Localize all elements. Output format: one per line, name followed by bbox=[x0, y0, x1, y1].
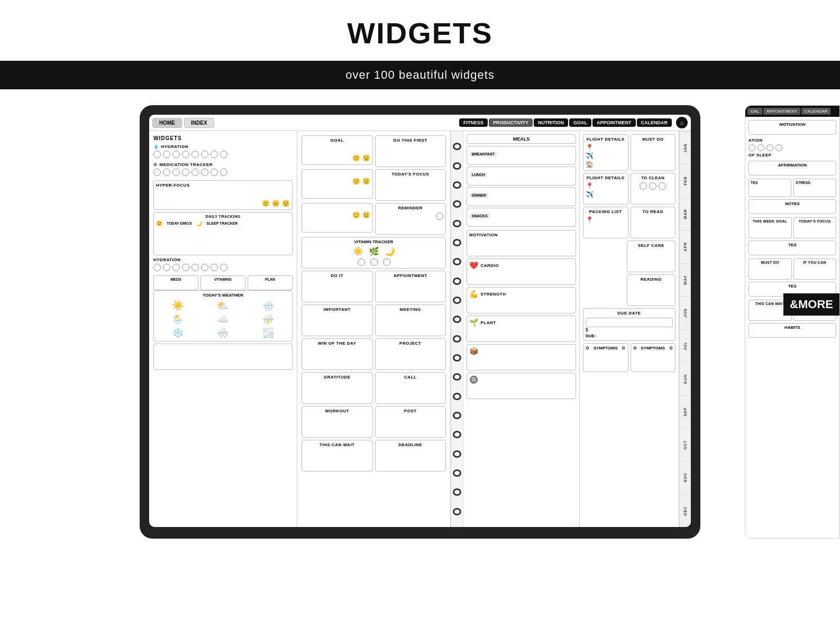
peeking-notes-stress: TES STRESS bbox=[748, 179, 836, 197]
peeking-must-do: MUST DO bbox=[748, 258, 792, 280]
win-of-day-widget: WIN OF THE DAY bbox=[302, 338, 373, 370]
mid-workout-grid: WORKOUT POST bbox=[302, 406, 446, 438]
med-circle-8[interactable] bbox=[220, 169, 227, 176]
hydration-circle-6[interactable] bbox=[201, 151, 208, 158]
tablet-device: HOME INDEX FITNESS PRODUCTIVITY NUTRITIO… bbox=[140, 105, 700, 539]
this-can-wait-widget: THIS CAN WAIT bbox=[302, 440, 373, 471]
peeking-panel: OAL APPOINTMENT CALENDAR &MORE MOTIVATIO… bbox=[745, 105, 840, 539]
daily-tracking-label: DAILY TRACKING bbox=[156, 215, 290, 218]
nav-tab-index[interactable]: INDEX bbox=[184, 118, 214, 128]
peeking-nav-calendar[interactable]: CALENDAR bbox=[801, 108, 831, 115]
meeting-widget: MEETING bbox=[375, 304, 446, 336]
page-banner: over 100 beautiful widgets bbox=[0, 61, 840, 89]
month-may[interactable]: MAY bbox=[680, 263, 691, 296]
project-widget: PROJECT bbox=[375, 338, 446, 370]
month-jul[interactable]: JUL bbox=[680, 329, 691, 362]
month-nov[interactable]: NOV bbox=[680, 461, 691, 494]
month-sidebar: JAN FEB MAR APR MAY JUN JUL AUG SEP OCT … bbox=[679, 131, 691, 527]
goal3-widget: 🙂😟 bbox=[302, 203, 373, 233]
goal-widget: GOAL 🙂😟 bbox=[302, 135, 373, 165]
peeking-nav-goal[interactable]: OAL bbox=[747, 108, 762, 115]
peeking-todays-focus: TODAY'S FOCUS bbox=[793, 217, 837, 238]
med-circle-1[interactable] bbox=[153, 169, 161, 176]
weather-title: TODAY'S WEATHER bbox=[156, 293, 290, 298]
device-wrapper: HOME INDEX FITNESS PRODUCTIVITY NUTRITIO… bbox=[0, 105, 840, 554]
month-apr[interactable]: APR bbox=[680, 230, 691, 263]
home-button[interactable]: ⌂ bbox=[676, 117, 688, 128]
hydration-section: 💧 HYDRATION bbox=[153, 144, 293, 158]
nav-tab-productivity[interactable]: PRODUCTIVITY bbox=[489, 118, 533, 127]
left-panel: WIDGETS 💧 HYDRATION bbox=[149, 131, 297, 527]
med-circle-2[interactable] bbox=[163, 169, 170, 176]
weather-snow2: 🌨️ bbox=[202, 327, 245, 339]
med-circle-3[interactable] bbox=[172, 169, 180, 176]
call-widget: CALL bbox=[375, 372, 446, 404]
nav-bar: HOME INDEX FITNESS PRODUCTIVITY NUTRITIO… bbox=[149, 115, 691, 131]
med-circle-6[interactable] bbox=[201, 169, 208, 176]
vitamin-tracker-widget: VITAMIN TRACKER ☀️ 🌿 🌙 bbox=[302, 237, 446, 269]
weather-thunder: ⛈️ bbox=[246, 313, 290, 325]
hyper-focus-label: HYPER-FOCUS bbox=[156, 183, 290, 188]
weather-cloud: ☁️ bbox=[202, 313, 245, 325]
page-wrapper: WIDGETS over 100 beautiful widgets HOME … bbox=[0, 0, 840, 554]
tablet-screen: HOME INDEX FITNESS PRODUCTIVITY NUTRITIO… bbox=[149, 115, 691, 527]
month-aug[interactable]: AUG bbox=[680, 362, 691, 395]
nav-tab-calendar[interactable]: CALENDAR bbox=[637, 118, 672, 127]
symptoms-widget-2: ⊙ SYMPTOMS ⊙ bbox=[631, 343, 676, 372]
reading-widget: READING bbox=[627, 274, 675, 306]
hydration-circle-2[interactable] bbox=[163, 151, 170, 158]
month-oct[interactable]: OCT bbox=[680, 428, 691, 461]
cardio-widget: ❤️ CARDIO bbox=[467, 258, 576, 285]
mid-deadline-grid: THIS CAN WAIT DEADLINE bbox=[302, 440, 446, 471]
weather-snow: ❄️ bbox=[156, 327, 199, 339]
peeking-nav-appointment[interactable]: APPOINTMENT bbox=[763, 108, 800, 115]
nav-tab-appointment[interactable]: APPOINTMENT bbox=[592, 118, 636, 127]
hydration-circle-1[interactable] bbox=[153, 151, 161, 158]
peeking-affirmation: AFFIRMATION bbox=[748, 161, 836, 175]
hydration-circle-5[interactable] bbox=[191, 151, 199, 158]
hydration-circle-3[interactable] bbox=[172, 151, 180, 158]
weather-rain: 🌦️ bbox=[156, 313, 199, 325]
flight-must-row: FLIGHT DETAILS 📍 ✈️ 🏠 MUST DO bbox=[583, 134, 675, 171]
month-dec[interactable]: DEC bbox=[680, 494, 691, 527]
due-date-widget: DUE DATE $ DUE: bbox=[583, 308, 675, 341]
weather-fog: 🌫️ bbox=[246, 327, 290, 339]
nav-tab-home[interactable]: HOME bbox=[152, 118, 182, 128]
month-mar[interactable]: MAR bbox=[680, 197, 691, 230]
deadline-widget: DEADLINE bbox=[375, 440, 446, 471]
month-jan[interactable]: JAN bbox=[680, 131, 691, 164]
mid-second-grid: 🙂😟 TODAY'S FOCUS bbox=[302, 169, 446, 201]
fitness-inner: MEALS BREAKFAST LUNCH DINNER bbox=[463, 131, 579, 527]
med-circle-4[interactable] bbox=[182, 169, 189, 176]
month-sep[interactable]: SEP bbox=[680, 395, 691, 428]
month-jun[interactable]: JUN bbox=[680, 296, 691, 329]
mid-third-grid: 🙂😟 REMINDER bbox=[302, 203, 446, 235]
peeking-notes-box: TES bbox=[748, 179, 791, 197]
meds-row: MEDS VITAMINS PLAN bbox=[153, 275, 293, 290]
strength-widget: 💪 STRENGTH bbox=[467, 287, 576, 313]
month-feb[interactable]: FEB bbox=[680, 164, 691, 197]
peeking-affirmation-box: AFFIRMATION bbox=[748, 161, 836, 175]
nav-tab-nutrition[interactable]: NUTRITION bbox=[534, 118, 568, 127]
tracking-row: 🙂 TODAY EMOJI 🌙 SLEEP TRACKER bbox=[156, 220, 290, 226]
to-read-widget: TO READ bbox=[631, 207, 676, 238]
hydration-circle-8[interactable] bbox=[220, 151, 227, 158]
med-circle-5[interactable] bbox=[191, 169, 199, 176]
peeking-motivation-box: MOTIVATION bbox=[748, 120, 836, 135]
important-widget: IMPORTANT bbox=[302, 304, 373, 336]
fitness-panel: MEALS BREAKFAST LUNCH DINNER bbox=[463, 131, 580, 527]
medication-section: ⊙ MEDICATION TRACKER bbox=[153, 162, 293, 176]
med-circle-7[interactable] bbox=[211, 169, 218, 176]
hydration-label: 💧 HYDRATION bbox=[153, 144, 293, 149]
hydration-circle-4[interactable] bbox=[182, 151, 189, 158]
hydration-circle-7[interactable] bbox=[211, 151, 218, 158]
nav-tab-goal[interactable]: GOAL bbox=[569, 118, 591, 127]
cardio-label: ❤️ CARDIO bbox=[469, 261, 573, 270]
packing-read-row: PACKING LIST 📍 TO READ bbox=[583, 207, 675, 238]
weather-grid: ☀️ ⛅ 🌧️ 🌦️ ☁️ ⛈️ ❄️ 🌨️ 🌫️ bbox=[156, 300, 290, 339]
must-do-widget: MUST DO bbox=[631, 134, 676, 171]
nav-tab-fitness[interactable]: FITNESS bbox=[459, 118, 488, 127]
vitamins-box: VITAMINS bbox=[200, 275, 245, 290]
meals-title: MEALS bbox=[467, 134, 576, 144]
peeking-habits: HABITS bbox=[748, 323, 836, 338]
